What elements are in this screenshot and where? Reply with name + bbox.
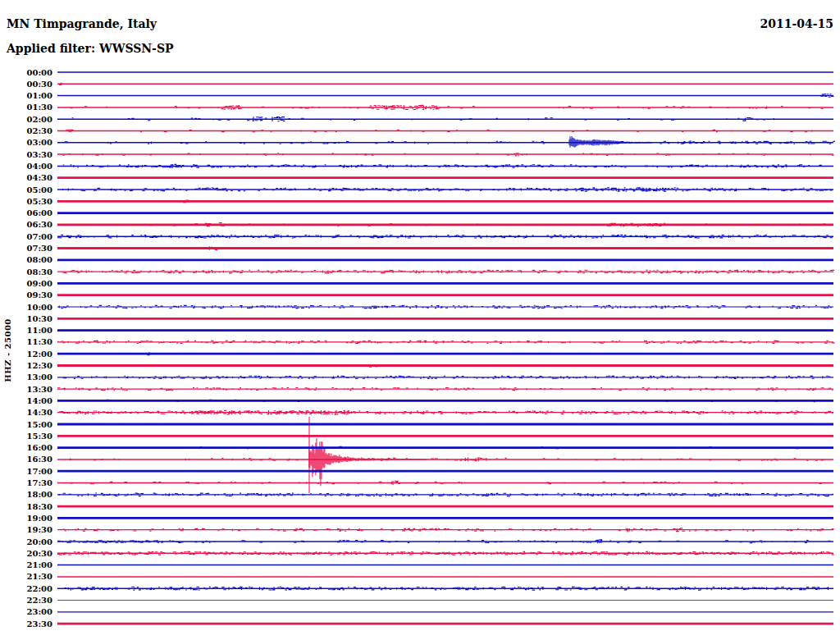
trace-row-09:30: 09:30: [26, 290, 833, 299]
trace-row-06:30: 06:30: [26, 220, 833, 229]
trace-row-18:00: 18:00: [26, 490, 833, 499]
page-root: { "header": { "station_title": "MN Timpa…: [0, 0, 840, 640]
trace-row-label: 09:30: [26, 290, 52, 299]
trace-row-15:30: 15:30: [26, 432, 833, 441]
trace-row-label: 12:00: [26, 350, 52, 359]
trace-row-label: 01:30: [26, 103, 52, 112]
trace-row-label: 14:00: [26, 396, 52, 405]
trace-row-label: 08:00: [26, 255, 52, 264]
trace-row-label: 04:00: [26, 162, 52, 171]
trace-row-label: 13:00: [26, 373, 52, 382]
trace-row-20:30: 20:30: [26, 549, 833, 558]
trace-row-label: 06:30: [26, 220, 52, 229]
trace-row-03:30: 03:30: [26, 150, 833, 159]
trace-row-label: 04:30: [26, 173, 52, 182]
trace-row-10:00: 10:00: [26, 303, 833, 312]
trace-row-04:30: 04:30: [26, 173, 833, 182]
trace-row-label: 12:30: [26, 361, 52, 370]
trace-row-01:30: 01:30: [26, 103, 833, 112]
channel-axis-label: HHZ - 25000: [3, 318, 12, 382]
trace-row-label: 02:30: [26, 126, 52, 135]
trace-row-15:00: 15:00: [26, 420, 833, 429]
trace-row-19:30: 19:30: [26, 525, 833, 534]
trace-row-label: 07:00: [26, 232, 52, 241]
trace-row-label: 17:00: [26, 467, 52, 476]
trace-row-01:00: 01:00: [26, 91, 833, 100]
trace-row-label: 07:30: [26, 244, 52, 253]
trace-row-label: 16:00: [26, 443, 52, 452]
trace-row-label: 22:30: [26, 596, 52, 605]
trace-row-07:00: 07:00: [26, 232, 833, 241]
trace-row-label: 22:00: [26, 584, 52, 593]
trace-row-label: 19:30: [26, 525, 52, 534]
trace-row-05:30: 05:30: [26, 197, 833, 206]
trace-row-label: 10:00: [26, 303, 52, 312]
trace-row-label: 23:30: [26, 619, 52, 629]
trace-row-label: 11:00: [26, 326, 52, 335]
trace-row-label: 08:30: [26, 267, 52, 277]
trace-row-02:00: 02:00: [26, 115, 833, 124]
trace-row-12:30: 12:30: [26, 361, 833, 370]
trace-row-label: 03:00: [26, 138, 52, 147]
trace-row-label: 10:30: [26, 314, 52, 323]
trace-row-11:30: 11:30: [26, 337, 834, 346]
trace-row-14:00: 14:00: [26, 396, 833, 405]
trace-row-14:30: 14:30: [26, 408, 833, 417]
trace-row-label: 18:00: [26, 490, 52, 499]
trace-row-21:30: 21:30: [26, 572, 833, 581]
trace-row-label: 06:00: [26, 208, 52, 217]
trace-row-22:00: 22:00: [26, 584, 833, 593]
trace-row-label: 20:00: [26, 537, 52, 546]
trace-row-label: 15:30: [26, 432, 52, 441]
trace-row-label: 03:30: [26, 150, 52, 159]
trace-row-21:00: 21:00: [26, 560, 833, 569]
helicorder-plot: HHZ - 25000 00:0000:3001:0001:3002:0002:…: [0, 0, 840, 640]
trace-row-13:30: 13:30: [26, 385, 833, 394]
trace-row-23:00: 23:00: [26, 607, 833, 616]
trace-row-17:30: 17:30: [26, 478, 833, 487]
trace-row-label: 00:00: [26, 68, 52, 77]
trace-row-12:00: 12:00: [26, 350, 833, 359]
trace-row-label: 21:30: [26, 572, 52, 581]
trace-row-20:00: 20:00: [26, 537, 833, 546]
trace-row-label: 14:30: [26, 408, 52, 417]
trace-row-label: 17:30: [26, 478, 52, 487]
trace-row-label: 18:30: [26, 502, 52, 511]
trace-row-label: 05:30: [26, 197, 52, 206]
trace-row-09:00: 09:00: [26, 279, 833, 288]
trace-row-label: 21:00: [26, 560, 52, 569]
event-burst: [568, 136, 651, 148]
trace-row-23:30: 23:30: [26, 619, 833, 629]
trace-row-label: 00:30: [26, 80, 52, 89]
trace-row-00:00: 00:00: [26, 68, 833, 77]
trace-row-label: 13:30: [26, 385, 52, 394]
trace-row-16:30: 16:30: [26, 455, 833, 464]
trace-row-label: 16:30: [26, 455, 52, 464]
trace-row-02:30: 02:30: [26, 126, 833, 135]
trace-row-label: 19:00: [26, 514, 52, 523]
trace-row-label: 02:00: [26, 115, 52, 124]
trace-row-16:00: 16:00: [26, 443, 833, 452]
trace-row-08:30: 08:30: [26, 267, 834, 277]
trace-row-00:30: 00:30: [26, 80, 833, 89]
trace-row-08:00: 08:00: [26, 255, 833, 264]
trace-row-label: 11:30: [26, 337, 52, 346]
trace-row-label: 05:00: [26, 185, 52, 194]
trace-row-07:30: 07:30: [26, 244, 833, 253]
trace-row-label: 23:00: [26, 607, 52, 616]
trace-row-11:00: 11:00: [26, 326, 833, 335]
event-burst: [308, 438, 427, 486]
trace-row-22:30: 22:30: [26, 596, 833, 605]
trace-row-label: 01:00: [26, 91, 52, 100]
trace-row-06:00: 06:00: [26, 208, 833, 217]
trace-row-04:00: 04:00: [26, 162, 833, 171]
trace-row-18:30: 18:30: [26, 502, 833, 511]
trace-row-label: 15:00: [26, 420, 52, 429]
trace-row-label: 20:30: [26, 549, 52, 558]
trace-row-13:00: 13:00: [26, 373, 833, 382]
trace-row-03:00: 03:00: [26, 138, 834, 147]
trace-rows-layer: 00:0000:3001:0001:3002:0002:3003:0003:30…: [26, 68, 834, 629]
trace-row-05:00: 05:00: [26, 185, 833, 194]
trace-row-label: 09:00: [26, 279, 52, 288]
trace-row-17:00: 17:00: [26, 467, 833, 476]
